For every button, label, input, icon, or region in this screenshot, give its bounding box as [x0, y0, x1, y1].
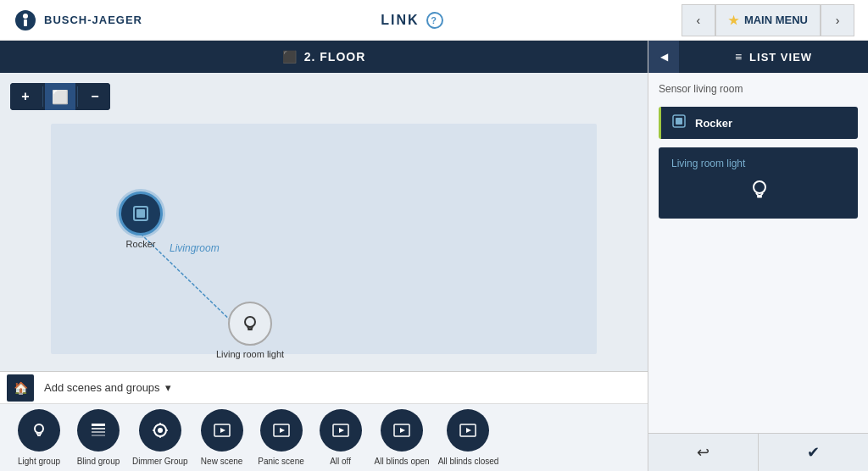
svg-point-32 — [754, 181, 765, 193]
zoom-divider-2 — [77, 86, 78, 107]
svg-marker-29 — [466, 428, 471, 433]
light-group-item[interactable]: Light group — [14, 409, 64, 466]
light-label: Living room light — [216, 349, 284, 359]
light-node[interactable]: Living room light — [216, 302, 284, 359]
main-menu-button[interactable]: ★ MAIN MENU — [715, 4, 821, 36]
rocker-node-circle — [119, 191, 163, 236]
all-blinds-open-label: All blinds open — [375, 457, 430, 466]
svg-rect-7 — [248, 329, 253, 330]
right-panel: ◀ ≡ LIST VIEW Sensor living room Rocker — [648, 41, 868, 471]
all-off-icon — [320, 409, 362, 452]
svg-rect-2 — [24, 19, 27, 26]
nav-next-button[interactable]: › — [821, 4, 854, 36]
rocker-node[interactable]: Rocker — [119, 191, 163, 249]
light-node-circle — [228, 302, 272, 346]
blind-group-svg — [88, 420, 108, 441]
all-blinds-closed-icon — [447, 409, 489, 452]
home-button[interactable]: 🏠 — [7, 374, 34, 402]
main-layout: ⬛ 2. FLOOR + ⬜ − — [0, 41, 868, 471]
rocker-card-svg — [671, 114, 687, 129]
right-panel-title: ≡ LIST VIEW — [679, 50, 868, 64]
rocker-node-icon — [131, 203, 151, 224]
all-off-item[interactable]: All off — [315, 409, 366, 466]
light-card-icon — [671, 176, 848, 208]
zoom-out-button[interactable]: − — [80, 83, 110, 110]
confirm-icon: ✔ — [807, 443, 820, 462]
left-panel: ⬛ 2. FLOOR + ⬜ − — [0, 41, 648, 471]
svg-rect-5 — [136, 209, 145, 218]
svg-rect-31 — [676, 118, 682, 125]
svg-rect-9 — [37, 435, 41, 436]
nav-prev-button[interactable]: ‹ — [682, 4, 715, 36]
all-blinds-closed-label: All blinds closed — [438, 457, 499, 466]
add-scenes-button[interactable]: Add scenes and groups ▾ — [44, 381, 171, 394]
scene-canvas[interactable]: Rocker Livingroom Living room light — [51, 124, 597, 354]
app-title: LINK — [381, 13, 419, 28]
right-panel-header: ◀ ≡ LIST VIEW — [648, 41, 868, 73]
svg-point-6 — [245, 317, 255, 327]
floor-bar: ⬛ 2. FLOOR — [0, 41, 648, 73]
dimmer-group-item[interactable]: Dimmer Group — [132, 409, 188, 466]
right-panel-content: Sensor living room Rocker Living room li… — [648, 73, 868, 433]
main-menu-label: MAIN MENU — [744, 14, 808, 26]
dimmer-group-label: Dimmer Group — [132, 457, 188, 466]
new-scene-svg — [212, 420, 232, 441]
light-group-icon — [18, 409, 60, 452]
blind-group-icon — [77, 409, 120, 452]
new-scene-item[interactable]: New scene — [197, 409, 248, 466]
svg-point-8 — [35, 424, 43, 433]
light-card-svg — [746, 176, 773, 203]
panic-scene-icon — [260, 409, 303, 452]
all-blinds-closed-item[interactable]: All blinds closed — [438, 409, 499, 466]
zoom-divider — [42, 86, 43, 107]
info-icon[interactable]: ? — [426, 12, 443, 29]
zoom-fit-button[interactable]: ⬜ — [45, 83, 75, 110]
panic-scene-label: Panic scene — [258, 457, 303, 466]
svg-rect-33 — [757, 196, 762, 198]
back-icon: ↩ — [697, 443, 709, 462]
all-blinds-closed-svg — [458, 420, 478, 441]
rocker-label: Rocker — [126, 239, 156, 249]
svg-point-15 — [158, 428, 163, 433]
light-node-icon — [239, 313, 261, 335]
sensor-label: Sensor living room — [659, 83, 858, 95]
dropdown-arrow-icon: ▾ — [165, 381, 171, 394]
rocker-card-icon — [671, 114, 687, 132]
blind-group-label: Blind group — [77, 457, 120, 466]
logo-text: BUSCH-JAEGER — [44, 14, 142, 26]
connection-label: Livingroom — [170, 242, 220, 254]
bottom-toolbar: 🏠 Add scenes and groups ▾ — [0, 371, 648, 403]
add-scenes-label: Add scenes and groups — [44, 381, 160, 394]
dimmer-group-svg — [150, 420, 170, 441]
new-scene-icon — [201, 409, 243, 452]
svg-rect-13 — [92, 435, 105, 436]
all-blinds-open-item[interactable]: All blinds open — [375, 409, 430, 466]
floor-label: 2. FLOOR — [304, 50, 366, 64]
blind-group-item[interactable]: Blind group — [73, 409, 124, 466]
svg-marker-21 — [220, 428, 225, 433]
back-button[interactable]: ↩ — [648, 434, 759, 471]
rocker-card-label: Rocker — [695, 117, 732, 130]
light-card-title: Living room light — [671, 158, 745, 169]
confirm-button[interactable]: ✔ — [759, 434, 868, 471]
canvas-area: + ⬜ − — [0, 73, 648, 371]
right-collapse-button[interactable]: ◀ — [648, 41, 679, 73]
logo: BUSCH-JAEGER — [14, 8, 142, 32]
bottom-icons-row: Light group Blind group — [0, 403, 648, 471]
svg-marker-27 — [400, 428, 405, 433]
zoom-in-button[interactable]: + — [10, 83, 41, 110]
light-group-svg — [29, 420, 49, 441]
panic-scene-item[interactable]: Panic scene — [256, 409, 307, 466]
floor-icon: ⬛ — [282, 50, 298, 64]
zoom-controls: + ⬜ − — [10, 83, 110, 110]
all-off-svg — [331, 420, 351, 441]
panic-scene-svg — [271, 420, 292, 441]
rocker-card[interactable]: Rocker — [659, 107, 858, 139]
svg-rect-12 — [92, 431, 105, 433]
living-room-light-card[interactable]: Living room light — [659, 147, 858, 219]
dimmer-group-icon — [139, 409, 181, 452]
star-icon: ★ — [728, 14, 739, 27]
header: BUSCH-JAEGER LINK ? ‹ ★ MAIN MENU › — [0, 0, 868, 41]
list-view-label: LIST VIEW — [749, 51, 812, 64]
light-group-label: Light group — [18, 457, 60, 466]
